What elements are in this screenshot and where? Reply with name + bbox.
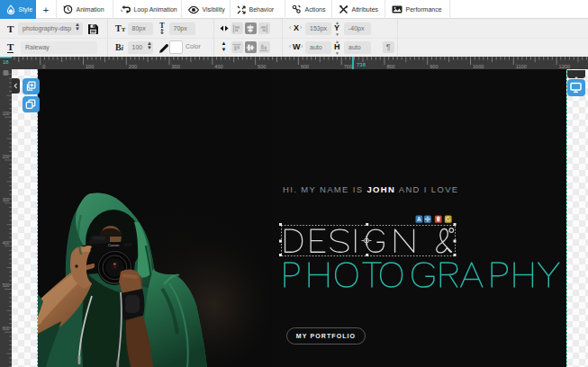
svg-text:400: 400: [214, 64, 222, 69]
svg-text:0: 0: [42, 64, 45, 69]
svg-text:800: 800: [386, 64, 394, 69]
svg-text:600: 600: [3, 327, 10, 331]
svg-text:300: 300: [3, 198, 10, 202]
svg-text:1200: 1200: [559, 64, 570, 69]
svg-text:100: 100: [3, 112, 10, 116]
svg-text:1000: 1000: [473, 64, 484, 69]
svg-text:200: 200: [3, 155, 10, 159]
svg-text:300: 300: [172, 64, 180, 69]
svg-text:400: 400: [3, 241, 10, 246]
svg-text:T: T: [159, 22, 165, 30]
svg-text:700: 700: [344, 64, 352, 69]
svg-text:18: 18: [3, 59, 9, 65]
svg-text:900: 900: [430, 64, 438, 69]
svg-text:1100: 1100: [516, 64, 527, 69]
svg-text:738: 738: [357, 62, 366, 67]
svg-text:500: 500: [258, 64, 266, 69]
svg-text:A: A: [417, 216, 421, 222]
svg-text:200: 200: [129, 64, 137, 69]
svg-text:500: 500: [3, 283, 10, 288]
svg-text:100: 100: [86, 64, 94, 69]
svg-text:600: 600: [301, 64, 309, 69]
